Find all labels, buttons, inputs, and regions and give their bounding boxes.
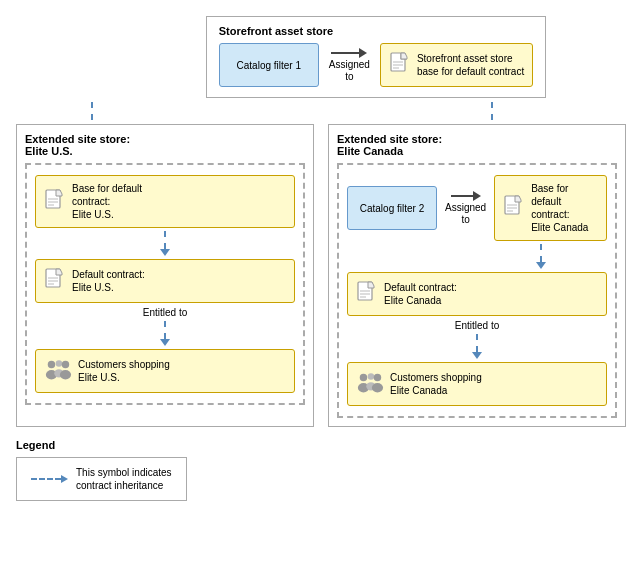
svg-point-33 bbox=[368, 373, 375, 380]
page: Storefront asset store Catalog filter 1 … bbox=[10, 10, 632, 507]
legend-dline bbox=[31, 478, 61, 480]
vda-us-2 bbox=[35, 321, 295, 346]
assigned-line-2 bbox=[451, 191, 481, 201]
elite-us-default-label: Default contract:Elite U.S. bbox=[72, 268, 145, 294]
storefront-box: Storefront asset store Catalog filter 1 … bbox=[206, 16, 546, 98]
canada-top-row: Catalog filter 2 Assignedto bbox=[347, 175, 607, 241]
connector-right bbox=[491, 102, 493, 120]
doc-icon-ca-1 bbox=[503, 195, 525, 221]
elite-us-customers-box: Customers shoppingElite U.S. bbox=[35, 349, 295, 393]
vda-line-ca-2 bbox=[476, 334, 478, 352]
svg-marker-6 bbox=[56, 190, 62, 196]
svg-marker-11 bbox=[56, 269, 62, 275]
asset-store-label: Storefront asset storebase for default c… bbox=[417, 52, 524, 78]
asset-store-box: Storefront asset storebase for default c… bbox=[380, 43, 533, 87]
assigned-label-1: Assignedto bbox=[329, 59, 370, 83]
legend-description: This symbol indicatescontract inheritanc… bbox=[76, 466, 172, 492]
assigned-line-1 bbox=[331, 48, 367, 58]
assigned-arrow-2: Assignedto bbox=[445, 191, 486, 226]
arrowhead-2 bbox=[473, 191, 481, 201]
vda-line-us-1 bbox=[164, 231, 166, 249]
svg-point-19 bbox=[62, 361, 69, 368]
extended-stores: Extended site store:Elite U.S. Base for … bbox=[16, 124, 626, 427]
legend-darrow bbox=[61, 475, 68, 483]
connector-left bbox=[91, 102, 93, 120]
line-2 bbox=[451, 195, 473, 197]
vda-ca-1 bbox=[475, 244, 607, 269]
vda-ca-2 bbox=[347, 334, 607, 359]
elite-canada-base-label: Base for defaultcontract:Elite Canada bbox=[531, 182, 598, 234]
elite-canada-customers-box: Customers shoppingElite Canada bbox=[347, 362, 607, 406]
doc-icon-us-1 bbox=[44, 189, 66, 215]
people-icon-us bbox=[44, 358, 72, 384]
vda-us-1 bbox=[35, 231, 295, 256]
vda-line-ca-1 bbox=[540, 244, 542, 262]
elite-us-inner: Base for defaultcontract:Elite U.S. bbox=[25, 163, 305, 405]
canada-vda-wrapper-1 bbox=[347, 241, 607, 272]
assigned-label-2: Assignedto bbox=[445, 202, 486, 226]
line-1 bbox=[331, 52, 359, 54]
svg-point-31 bbox=[360, 374, 367, 381]
elite-canada-customers-label: Customers shoppingElite Canada bbox=[390, 371, 482, 397]
vda-line-us-2 bbox=[164, 321, 166, 339]
storefront-title: Storefront asset store bbox=[219, 25, 533, 37]
elite-canada-inner: Catalog filter 2 Assignedto bbox=[337, 163, 617, 418]
storefront-inner: Catalog filter 1 Assignedto bbox=[219, 43, 533, 87]
entitled-label-ca: Entitled to bbox=[347, 320, 607, 331]
svg-point-15 bbox=[48, 361, 55, 368]
arrowhead-1 bbox=[359, 48, 367, 58]
vda-head-ca-2 bbox=[472, 352, 482, 359]
spacer-ca-2 bbox=[437, 241, 475, 272]
people-icon-ca bbox=[356, 371, 384, 397]
elite-us-customers-label: Customers shoppingElite U.S. bbox=[78, 358, 170, 384]
svg-point-17 bbox=[56, 360, 63, 367]
elite-us-outer: Extended site store:Elite U.S. Base for … bbox=[16, 124, 314, 427]
svg-point-36 bbox=[372, 383, 383, 392]
elite-us-title: Extended site store:Elite U.S. bbox=[25, 133, 305, 157]
spacer-ca-1 bbox=[347, 241, 437, 272]
elite-canada-default-box: Default contract:Elite Canada bbox=[347, 272, 607, 316]
vda-head-ca-1 bbox=[536, 262, 546, 269]
legend-section: Legend This symbol indicatescontract inh… bbox=[16, 439, 626, 501]
vda-head-us-2 bbox=[160, 339, 170, 346]
legend-box: This symbol indicatescontract inheritanc… bbox=[16, 457, 187, 501]
elite-us-base-label: Base for defaultcontract:Elite U.S. bbox=[72, 182, 142, 221]
doc-icon-us-2 bbox=[44, 268, 66, 294]
elite-canada-default-label: Default contract:Elite Canada bbox=[384, 281, 457, 307]
entitled-label-us: Entitled to bbox=[35, 307, 295, 318]
doc-icon-ca-2 bbox=[356, 281, 378, 307]
assigned-arrow-1: Assignedto bbox=[329, 48, 370, 83]
svg-marker-27 bbox=[368, 282, 374, 288]
vda-head-us-1 bbox=[160, 249, 170, 256]
elite-canada-base-box: Base for defaultcontract:Elite Canada bbox=[494, 175, 607, 241]
catalog-filter-2: Catalog filter 2 bbox=[347, 186, 437, 230]
legend-arrow bbox=[31, 475, 68, 483]
connector-area bbox=[16, 102, 626, 120]
elite-us-default-box: Default contract:Elite U.S. bbox=[35, 259, 295, 303]
legend-title: Legend bbox=[16, 439, 626, 451]
catalog-filter-1: Catalog filter 1 bbox=[219, 43, 319, 87]
svg-marker-22 bbox=[515, 196, 521, 202]
elite-canada-title: Extended site store:Elite Canada bbox=[337, 133, 617, 157]
svg-point-20 bbox=[60, 370, 71, 379]
doc-icon-1 bbox=[389, 52, 411, 78]
svg-marker-1 bbox=[401, 53, 407, 59]
elite-canada-outer: Extended site store:Elite Canada Catalog… bbox=[328, 124, 626, 427]
elite-us-base-box: Base for defaultcontract:Elite U.S. bbox=[35, 175, 295, 228]
legend-row: This symbol indicatescontract inheritanc… bbox=[31, 466, 172, 492]
svg-point-35 bbox=[374, 374, 381, 381]
